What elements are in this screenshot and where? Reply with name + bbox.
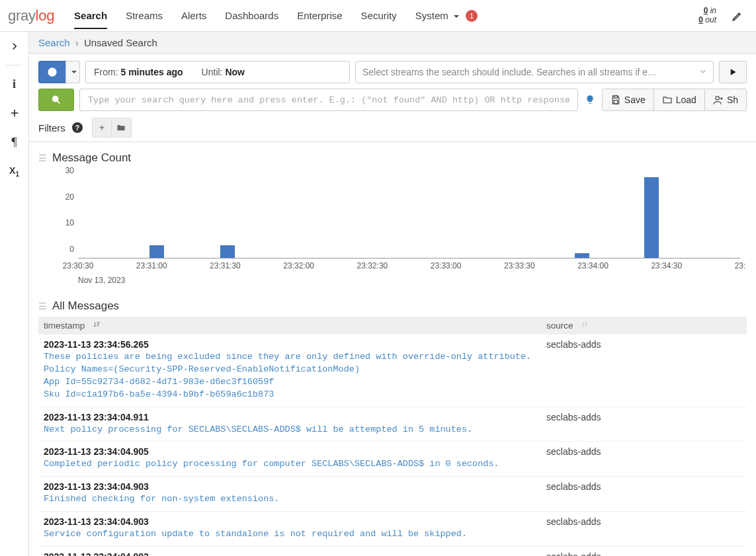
nav-tab-dashboards[interactable]: Dashboards <box>225 2 278 29</box>
share-button[interactable]: Sh <box>704 89 747 111</box>
table-row-body[interactable]: Finished checking for non-system extensi… <box>38 492 747 511</box>
chart-xtick: 23:31:30 <box>210 261 241 270</box>
table-row-body[interactable]: These policies are being excluded since … <box>38 350 747 407</box>
table-row[interactable]: 2023-11-13 23:34:04.905seclabs-adds <box>38 442 747 457</box>
panel-title: All Messages <box>52 299 119 313</box>
edit-button[interactable] <box>728 7 747 25</box>
message-body: Next policy processing for SECLABS\SECLA… <box>44 424 741 436</box>
lightbulb-icon <box>585 95 595 105</box>
table-row-body[interactable]: Service configuration update to standalo… <box>38 527 747 546</box>
message-count-panel: ☰ Message Count 010203023:30:3023:31:002… <box>38 151 747 288</box>
message-body: These policies are being excluded since … <box>44 351 741 401</box>
pencil-icon <box>732 10 743 22</box>
drag-handle-icon[interactable]: ☰ <box>38 153 47 163</box>
stream-selector[interactable]: Select streams the search should include… <box>355 61 714 83</box>
chart-xtick: 23:33:30 <box>504 261 535 270</box>
svg-line-5 <box>58 101 60 104</box>
throughput-indicator: 0 in 0 out <box>698 7 716 24</box>
expand-sidebar-button[interactable] <box>7 38 22 54</box>
col-header-timestamp[interactable]: timestamp <box>38 317 541 335</box>
filter-folder-button[interactable] <box>112 118 132 138</box>
stream-placeholder: Select streams the search should include… <box>362 67 657 77</box>
svg-point-8 <box>716 97 719 100</box>
message-source: seclabs-adds <box>546 551 601 556</box>
folder-icon <box>662 95 673 105</box>
chart-xtick: 23: <box>735 261 746 270</box>
info-icon: i <box>13 77 16 91</box>
query-help-button[interactable] <box>583 89 597 111</box>
timerange-caret-button[interactable] <box>65 61 80 83</box>
nav-tab-security[interactable]: Security <box>361 2 397 29</box>
message-body: Service configuration update to standalo… <box>44 528 741 541</box>
table-row[interactable]: 2023-11-13 23:34:04.903seclabs-adds <box>38 477 747 493</box>
run-search-button[interactable] <box>719 61 747 83</box>
chevron-right-icon <box>9 40 21 52</box>
nav-tabs: SearchStreamsAlertsDashboardsEnterpriseS… <box>74 2 459 29</box>
info-button[interactable]: i <box>7 76 22 92</box>
nav-tab-search[interactable]: Search <box>74 2 107 29</box>
query-input[interactable] <box>79 89 578 111</box>
table-row-body[interactable]: Completed periodic policy processing for… <box>38 457 747 476</box>
message-timestamp: 2023-11-13 23:34:04.903 <box>44 516 149 527</box>
message-body: Completed periodic policy processing for… <box>44 458 741 471</box>
nav-tab-alerts[interactable]: Alerts <box>181 2 206 29</box>
table-row-body[interactable]: Next policy processing for SECLABS\SECLA… <box>38 422 747 442</box>
table-row[interactable]: 2023-11-13 23:34:04.903seclabs-adds <box>38 547 747 556</box>
table-row[interactable]: 2023-11-13 23:34:56.265seclabs-adds <box>38 335 747 350</box>
all-messages-panel: ☰ All Messages timestamp <box>38 299 747 556</box>
add-filter-button[interactable] <box>92 118 112 138</box>
table-header-row: timestamp source <box>38 317 747 335</box>
paragraph-button[interactable]: ¶ <box>7 134 22 150</box>
content-area: ☰ Message Count 010203023:30:3023:31:002… <box>29 142 756 556</box>
timerange-display[interactable]: From: 5 minutes ago Until: Now <box>85 61 350 83</box>
sort-icon <box>581 321 589 331</box>
nav-tab-streams[interactable]: Streams <box>126 2 163 29</box>
svg-marker-3 <box>731 69 736 75</box>
message-source: seclabs-adds <box>546 516 601 527</box>
filters-help-button[interactable]: ? <box>72 122 83 133</box>
filters-row: Filters ? <box>38 116 747 138</box>
add-button[interactable] <box>7 105 22 121</box>
panel-title: Message Count <box>52 151 131 165</box>
chart-xtick: 23:32:00 <box>283 261 314 270</box>
col-header-source[interactable]: source <box>541 317 747 335</box>
table-row[interactable]: 2023-11-13 23:34:04.911seclabs-adds <box>38 407 747 422</box>
notification-badge[interactable]: 1 <box>466 10 478 22</box>
x-sub-icon: X1 <box>9 165 19 178</box>
nav-tab-enterprise[interactable]: Enterprise <box>297 2 342 29</box>
chart-xtick: 23:30:30 <box>63 261 94 270</box>
message-timestamp: 2023-11-13 23:34:04.911 <box>44 412 149 422</box>
chart-xtick: 23:34:30 <box>651 261 682 270</box>
breadcrumb-root[interactable]: Search <box>38 37 70 48</box>
clock-icon <box>47 67 58 77</box>
chart-xtick: 23:34:00 <box>577 261 609 270</box>
plus-icon <box>9 107 21 119</box>
message-source: seclabs-adds <box>546 339 601 350</box>
chart-xtick: 23:33:00 <box>431 261 462 270</box>
sidebar: i ¶ X1 <box>0 32 29 556</box>
message-source: seclabs-adds <box>546 412 601 422</box>
timerange-button-group <box>38 61 80 83</box>
timerange-clock-button[interactable] <box>38 61 66 83</box>
breadcrumb: Search › Unsaved Search <box>29 32 756 54</box>
brand-logo[interactable]: graylog <box>8 7 54 24</box>
search-submit-button[interactable] <box>38 89 74 111</box>
save-button[interactable]: Save <box>602 89 654 111</box>
message-source: seclabs-adds <box>546 446 601 457</box>
subscript-button[interactable]: X1 <box>7 163 22 179</box>
drag-handle-icon[interactable]: ☰ <box>38 301 47 311</box>
table-row[interactable]: 2023-11-13 23:34:04.903seclabs-adds <box>38 512 747 528</box>
filters-label: Filters <box>38 122 65 134</box>
chart-baseline <box>78 258 740 258</box>
caret-down-icon <box>454 15 459 20</box>
chart-bar[interactable] <box>149 245 164 258</box>
chart-bar[interactable] <box>220 245 235 258</box>
messages-table: timestamp source <box>38 317 747 556</box>
load-button[interactable]: Load <box>653 89 705 111</box>
search-icon <box>51 95 62 105</box>
chevron-down-icon <box>698 67 708 78</box>
chart-bar[interactable] <box>644 177 659 258</box>
svg-rect-6 <box>614 96 617 98</box>
nav-tab-system[interactable]: System <box>415 2 459 29</box>
folder-icon <box>116 123 126 132</box>
